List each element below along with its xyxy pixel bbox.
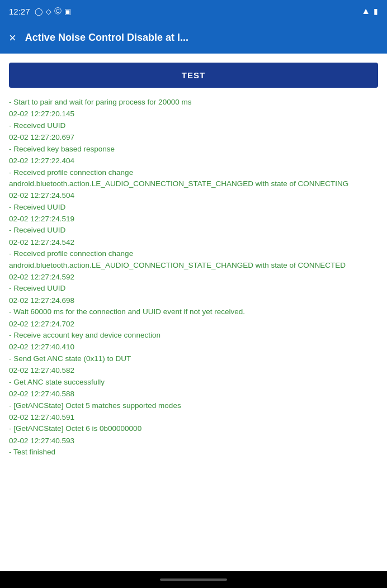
test-button-container: TEST (0, 54, 387, 92)
log-entry: 02-02 12:27:24.698 (9, 295, 378, 307)
log-entry: 02-02 12:27:40.588 (9, 388, 378, 400)
log-entry: - Received profile connection change and… (9, 167, 378, 190)
log-entry: - Start to pair and wait for paring proc… (9, 97, 378, 108)
log-entry: 02-02 12:27:20.145 (9, 108, 378, 120)
log-entry: - Received profile connection change and… (9, 248, 378, 271)
log-entry: 02-02 12:27:40.591 (9, 411, 378, 424)
log-entry: - [GetANCState] Octet 5 matches supporte… (9, 400, 378, 411)
wifi-icon: ▲ (361, 6, 370, 16)
log-entry: 02-02 12:27:40.410 (9, 341, 378, 353)
log-entry: 02-02 12:27:40.582 (9, 364, 378, 377)
status-bar-right: ▲ ▮ (361, 6, 378, 16)
vpn-icon: ◇ (46, 7, 51, 16)
log-entry: - Received UUID (9, 202, 378, 213)
log-entry: 02-02 12:27:24.702 (9, 318, 378, 330)
screen-icon: ▣ (64, 7, 71, 16)
close-button[interactable]: × (9, 31, 16, 45)
log-entry: - Received key based response (9, 144, 378, 155)
app-bar: × Active Noise Control Disable at l... (0, 22, 387, 54)
status-icons: ◯ ◇ Ⓒ ▣ (35, 6, 71, 16)
log-entry: - [GetANCState] Octet 6 is 0b00000000 (9, 423, 378, 434)
log-entry: 02-02 12:27:24.519 (9, 213, 378, 225)
status-time: 12:27 (9, 7, 30, 16)
log-entry: - Test finished (9, 447, 378, 458)
bottom-bar (0, 571, 387, 588)
status-bar: 12:27 ◯ ◇ Ⓒ ▣ ▲ ▮ (0, 0, 387, 22)
app-bar-title: Active Noise Control Disable at l... (25, 32, 378, 44)
log-entry: - Received UUID (9, 225, 378, 236)
alarm-icon: ◯ (35, 7, 43, 16)
battery-icon: ▮ (374, 7, 378, 16)
log-entry: 02-02 12:27:40.593 (9, 435, 378, 447)
log-entry: - Wait 60000 ms for the connection and U… (9, 306, 378, 317)
log-entry: 02-02 12:27:20.697 (9, 131, 378, 144)
data-icon: Ⓒ (54, 6, 62, 16)
log-entry: 02-02 12:27:24.592 (9, 271, 378, 283)
log-entry: - Send Get ANC state (0x11) to DUT (9, 353, 378, 364)
log-entry: 02-02 12:27:24.542 (9, 236, 378, 249)
content-area: TEST - Start to pair and wait for paring… (0, 54, 387, 571)
log-entry: - Receive account key and device connect… (9, 330, 378, 341)
log-entry: - Received UUID (9, 283, 378, 294)
log-entry: - Get ANC state successfully (9, 377, 378, 388)
status-bar-left: 12:27 ◯ ◇ Ⓒ ▣ (9, 6, 71, 16)
log-area[interactable]: - Start to pair and wait for paring proc… (0, 92, 387, 571)
log-entry: 02-02 12:27:24.504 (9, 189, 378, 202)
log-entry: 02-02 12:27:22.404 (9, 155, 378, 167)
bottom-indicator (160, 578, 227, 581)
log-entry: - Received UUID (9, 120, 378, 131)
test-button[interactable]: TEST (9, 63, 378, 88)
